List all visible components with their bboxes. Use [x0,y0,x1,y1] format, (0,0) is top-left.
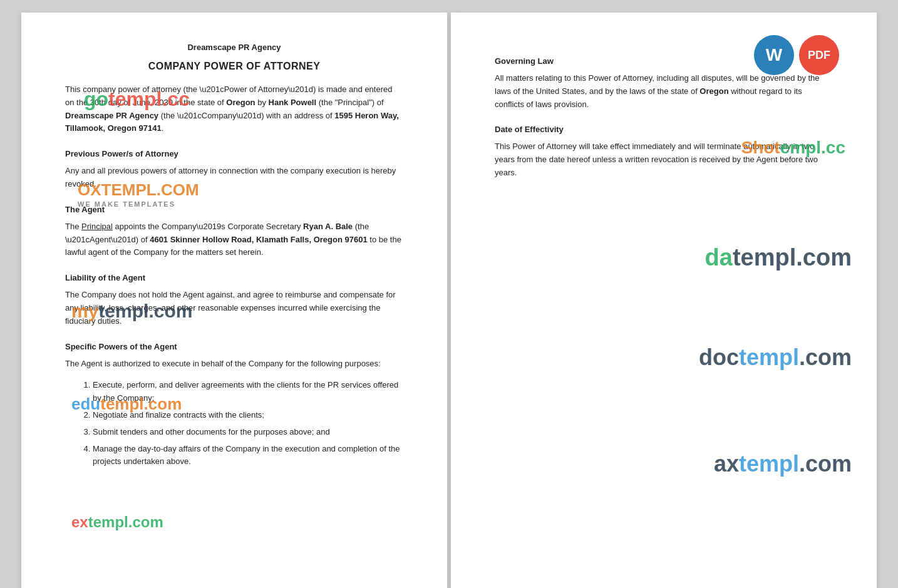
list-item-3: Submit tenders and other documents for t… [93,426,403,439]
section4-heading: Specific Powers of the Agent [65,342,403,351]
list-item-1: Execute, perform, and deliver agreements… [93,379,403,405]
wp-pdf-icons: W PDF [754,35,839,75]
extempl-watermark: extempl.com [71,513,163,531]
axtempl-watermark: axtempl.com [714,451,852,477]
principal-name: Hank Powell [269,98,317,107]
pdf-icon: PDF [799,35,839,75]
section2-heading: The Agent [65,205,403,214]
agent-name: Ryan A. Bale [303,222,353,231]
powers-list: Execute, perform, and deliver agreements… [65,379,403,468]
right-section1-paragraph: All matters relating to this Power of At… [495,72,833,111]
left-page: gotempl.cc OXTEMPL.COM WE MAKE TEMPLATES… [21,13,447,588]
oregon-text-right: Oregon [699,86,728,96]
agent-address: 4601 Skinner Hollow Road, Klamath Falls,… [150,235,368,244]
doc-title: COMPANY POWER OF ATTORNEY [65,61,403,72]
section2-paragraph: The Principal appoints the Company\u2019… [65,220,403,259]
section4-intro: The Agent is authorized to execute in be… [65,358,403,371]
company-ref: Dreamscape PR Agency [65,111,158,120]
intro-paragraph: This company power of attorney (the \u20… [65,83,403,135]
pages-container: gotempl.cc OXTEMPL.COM WE MAKE TEMPLATES… [0,13,898,588]
list-item-2: Negotiate and finalize contracts with th… [93,409,403,422]
datempl-watermark: datempl.com [705,244,852,271]
section3-text: The Company does not hold the Agent agai… [65,289,403,328]
oregon-text: Oregon [226,98,255,107]
principal-link: Principal [81,222,113,231]
company-name: Dreamscape PR Agency [65,43,403,52]
section1-heading: Previous Power/s of Attorney [65,149,403,158]
word-icon: W [754,35,794,75]
doctempl-watermark: doctempl.com [699,344,852,371]
section1-text: Any and all previous powers of attorney … [65,165,403,191]
right-page: W PDF Shotempl.cc datempl.com doctempl.c… [451,13,877,588]
section3-heading: Liability of the Agent [65,273,403,282]
right-section2-heading: Date of Effectivity [495,125,833,134]
list-item-4: Manage the day-to-day affairs of the Com… [93,443,403,469]
right-section2-text: This Power of Attorney will take effect … [495,140,833,179]
